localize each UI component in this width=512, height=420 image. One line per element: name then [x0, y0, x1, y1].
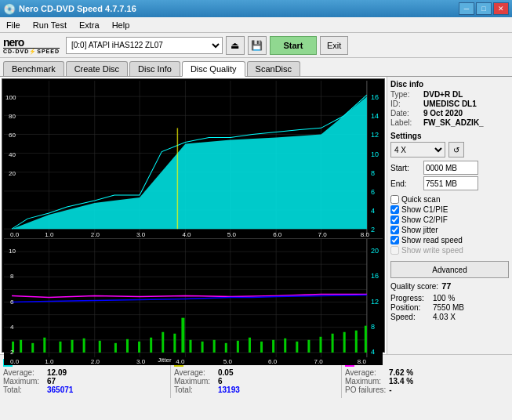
- menu-run-test[interactable]: Run Test: [30, 19, 70, 31]
- svg-text:6: 6: [10, 299, 14, 306]
- svg-rect-72: [173, 334, 176, 353]
- svg-text:16: 16: [371, 273, 379, 281]
- svg-text:12: 12: [371, 131, 379, 139]
- start-input[interactable]: [423, 161, 478, 175]
- svg-text:20: 20: [371, 247, 379, 255]
- close-button[interactable]: ✕: [493, 2, 509, 15]
- svg-text:8.0: 8.0: [358, 358, 367, 365]
- svg-text:4: 4: [371, 207, 375, 215]
- refresh-button[interactable]: ↺: [448, 142, 464, 158]
- disc-label-label: Label:: [390, 118, 420, 127]
- svg-text:7.0: 7.0: [318, 231, 327, 238]
- show-read-label: Show read speed: [401, 236, 463, 244]
- svg-text:10: 10: [9, 248, 16, 255]
- svg-rect-75: [202, 342, 204, 353]
- show-c1pie-checkbox[interactable]: [390, 205, 399, 214]
- jitter-avg-value: 7.62 %: [389, 368, 413, 377]
- show-write-checkbox[interactable]: [390, 246, 399, 255]
- svg-rect-71: [162, 332, 164, 353]
- quick-scan-label: Quick scan: [401, 195, 440, 204]
- eject-button[interactable]: ⏏: [226, 36, 245, 55]
- tab-create-disc[interactable]: Create Disc: [66, 61, 128, 76]
- svg-rect-61: [31, 343, 34, 353]
- end-label: End:: [390, 179, 420, 188]
- id-label: ID:: [390, 100, 420, 108]
- save-button[interactable]: 💾: [248, 36, 267, 55]
- pif-total-value: 13193: [218, 386, 240, 394]
- pif-avg-value: 0.05: [218, 368, 233, 377]
- pi-total-value: 365071: [47, 386, 73, 394]
- svg-rect-79: [249, 338, 251, 353]
- exit-button[interactable]: Exit: [320, 36, 348, 55]
- svg-rect-69: [138, 342, 140, 353]
- svg-text:2: 2: [10, 349, 14, 356]
- show-read-checkbox[interactable]: [390, 236, 399, 244]
- disc-info-section: Disc info Type: DVD+R DL ID: UMEDISC DL1…: [390, 80, 509, 127]
- show-c2pif-checkbox[interactable]: [390, 215, 399, 224]
- jitter-total-value: -: [389, 386, 391, 394]
- quick-scan-checkbox[interactable]: [390, 195, 399, 204]
- tab-scan-disc[interactable]: ScanDisc: [247, 61, 300, 76]
- jitter-total-label: PO failures:: [345, 386, 386, 394]
- svg-text:14: 14: [371, 112, 379, 120]
- svg-text:4.0: 4.0: [182, 231, 191, 238]
- position-label: Position:: [390, 303, 430, 312]
- tab-disc-info[interactable]: Disc Info: [129, 61, 180, 76]
- show-write-label: Show write speed: [401, 246, 463, 255]
- drive-select[interactable]: [0:0] ATAPI iHAS122 ZL07: [66, 37, 223, 54]
- window-title: Nero CD-DVD Speed 4.7.7.16: [19, 4, 136, 13]
- svg-text:60: 60: [9, 132, 16, 139]
- svg-rect-86: [332, 334, 334, 353]
- svg-rect-76: [213, 340, 216, 353]
- settings-section: Settings 4 X ↺ Start: End:: [390, 132, 509, 190]
- maximize-button[interactable]: □: [476, 2, 492, 15]
- jitter-max-label: Maximum:: [345, 377, 386, 386]
- svg-text:3.0: 3.0: [136, 358, 146, 365]
- speed-value: 4.03 X: [433, 313, 456, 321]
- right-panel: Disc info Type: DVD+R DL ID: UMEDISC DL1…: [387, 77, 512, 354]
- tab-benchmark[interactable]: Benchmark: [3, 61, 64, 76]
- speed-label: Speed:: [390, 313, 430, 321]
- tab-disc-quality[interactable]: Disc Quality: [182, 61, 245, 77]
- svg-text:16: 16: [371, 93, 379, 101]
- pi-avg-label: Average:: [3, 368, 44, 377]
- settings-title: Settings: [390, 132, 509, 140]
- svg-text:10: 10: [371, 150, 379, 158]
- svg-text:3.0: 3.0: [136, 231, 146, 238]
- app-icon: 💿: [3, 3, 16, 15]
- svg-rect-68: [126, 339, 129, 353]
- svg-rect-77: [225, 343, 227, 353]
- quality-label: Quality score:: [390, 282, 438, 291]
- tabs: Benchmark Create Disc Disc Info Disc Qua…: [0, 58, 512, 77]
- svg-rect-63: [59, 342, 61, 353]
- menu-extra[interactable]: Extra: [76, 19, 103, 31]
- quality-row: Quality score: 77: [390, 281, 509, 291]
- end-input[interactable]: [423, 176, 478, 190]
- jitter-avg-label: Average:: [345, 368, 386, 377]
- id-value: UMEDISC DL1: [423, 100, 477, 108]
- svg-rect-67: [114, 343, 117, 353]
- pi-max-label: Maximum:: [3, 377, 44, 386]
- svg-text:1.0: 1.0: [45, 231, 54, 238]
- start-button[interactable]: Start: [270, 36, 317, 55]
- svg-text:5.0: 5.0: [223, 358, 233, 365]
- nero-logo: nero CD-DVD⚡SPEED: [3, 37, 60, 54]
- show-jitter-checkbox[interactable]: [390, 226, 399, 234]
- menu-bar: File Run Test Extra Help: [0, 17, 512, 33]
- minimize-button[interactable]: ─: [459, 2, 474, 15]
- start-label: Start:: [390, 164, 420, 172]
- menu-file[interactable]: File: [3, 19, 24, 31]
- svg-rect-81: [272, 340, 274, 353]
- svg-rect-89: [365, 326, 367, 353]
- menu-help[interactable]: Help: [109, 19, 133, 31]
- disc-label-value: FW_SK_ADZIK_: [423, 118, 484, 127]
- advanced-button[interactable]: Advanced: [390, 261, 509, 278]
- svg-text:4: 4: [371, 348, 375, 356]
- chart-area: 16 14 12 10 8 6 4 2 100 80 60 40 20 0.0 …: [2, 78, 385, 353]
- svg-text:2: 2: [371, 226, 375, 234]
- speed-select[interactable]: 4 X: [390, 142, 445, 158]
- svg-rect-88: [355, 331, 358, 353]
- svg-rect-80: [260, 342, 263, 353]
- svg-text:Jitter: Jitter: [158, 357, 172, 364]
- pif-max-value: 6: [218, 377, 223, 386]
